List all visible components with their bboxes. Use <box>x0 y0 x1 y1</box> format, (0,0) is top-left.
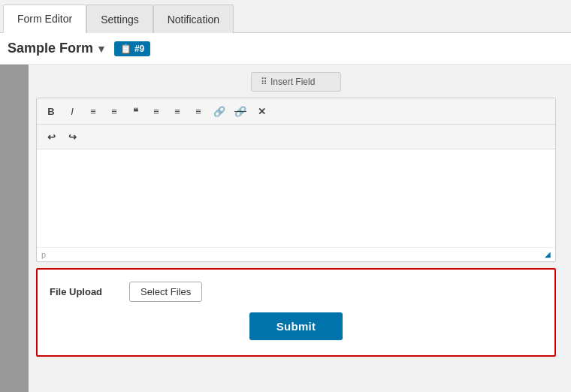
file-upload-label: File Upload <box>50 286 117 297</box>
rte-unlink-button[interactable]: 🔗 <box>231 102 250 120</box>
rte-align-left-button[interactable]: ≡ <box>147 102 166 120</box>
rte-redo-button[interactable]: ↪ <box>62 128 82 146</box>
form-name-dropdown[interactable]: ▼ <box>96 43 107 55</box>
rte-ol-button[interactable]: ≡ <box>104 102 124 120</box>
tab-bar: Form Editor Settings Notification <box>0 0 571 33</box>
rte-resize-icon: ◢ <box>545 250 551 259</box>
copy-icon: 📋 <box>120 44 131 54</box>
add-field-button[interactable]: ⠿ Insert Field <box>251 72 341 92</box>
submit-row: Submit <box>50 309 542 340</box>
select-files-button[interactable]: Select Files <box>129 282 202 302</box>
form-id-badge[interactable]: 📋 #9 <box>114 41 150 56</box>
rte-toolbar-row2: ↩ ↪ <box>37 125 555 149</box>
file-upload-block: File Upload Select Files Submit <box>36 268 556 357</box>
rte-bold-button[interactable]: B <box>41 102 61 120</box>
rte-tag-label: p <box>41 250 46 259</box>
form-id-label: #9 <box>134 44 144 54</box>
editor-area: ⠿ Insert Field B I ≡ ≡ ❝ ≡ ≡ ≡ 🔗 🔗 ✕ <box>29 65 563 392</box>
tab-notification[interactable]: Notification <box>153 5 234 33</box>
form-name: Sample Form <box>8 41 93 56</box>
file-upload-row: File Upload Select Files <box>50 282 542 302</box>
right-panel <box>563 65 571 392</box>
rte-blockquote-button[interactable]: ❝ <box>125 102 145 120</box>
add-field-label: Insert Field <box>270 77 315 87</box>
rte-align-right-button[interactable]: ≡ <box>189 102 208 120</box>
rich-text-editor: B I ≡ ≡ ❝ ≡ ≡ ≡ 🔗 🔗 ✕ ↩ ↪ p ◢ <box>36 98 556 262</box>
rte-toolbar-row1: B I ≡ ≡ ❝ ≡ ≡ ≡ 🔗 🔗 ✕ <box>37 98 555 125</box>
rte-italic-button[interactable]: I <box>62 102 82 120</box>
add-icon: ⠿ <box>261 77 267 87</box>
rte-content-area[interactable] <box>37 149 555 247</box>
rte-link-button[interactable]: 🔗 <box>210 102 229 120</box>
rte-undo-button[interactable]: ↩ <box>41 128 61 146</box>
form-name-bar: Sample Form ▼ 📋 #9 <box>0 33 571 65</box>
rte-ul-button[interactable]: ≡ <box>83 102 103 120</box>
main-content: ⠿ Insert Field B I ≡ ≡ ❝ ≡ ≡ ≡ 🔗 🔗 ✕ <box>0 65 571 392</box>
rte-footer: p ◢ <box>37 247 555 261</box>
left-panel <box>0 65 29 392</box>
rte-align-center-button[interactable]: ≡ <box>168 102 187 120</box>
tab-form-editor[interactable]: Form Editor <box>3 5 86 33</box>
submit-button[interactable]: Submit <box>249 312 343 340</box>
rte-removeformat-button[interactable]: ✕ <box>252 102 271 120</box>
tab-settings[interactable]: Settings <box>86 5 153 33</box>
